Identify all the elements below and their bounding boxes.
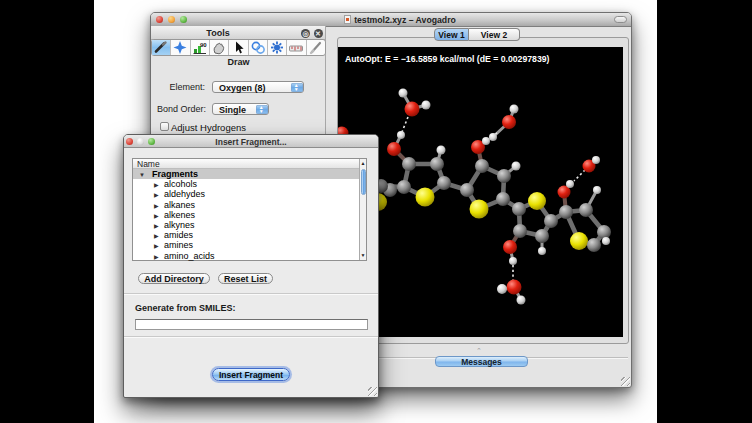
svg-text:AutoOpt: E = −16.5859 kcal/mol: AutoOpt: E = −16.5859 kcal/mol (dE = 0.0… <box>345 54 550 64</box>
svg-text:90: 90 <box>200 42 207 48</box>
